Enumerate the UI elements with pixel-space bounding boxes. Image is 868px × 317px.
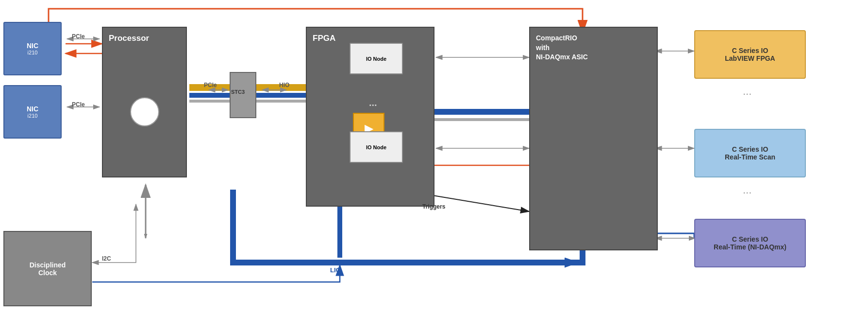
triggers-label: Triggers — [422, 203, 445, 210]
fpga-label: FPGA — [313, 34, 335, 43]
cseries-rt-scan-label: C Series IOReal-Time Scan — [725, 145, 775, 161]
processor-box: Processor ⏱ — [102, 27, 187, 177]
pcie-label-nic1: PCIe — [72, 33, 85, 40]
lio-label: LIO — [330, 266, 341, 274]
disciplined-clock-box: DisciplinedClock — [3, 231, 92, 306]
nic1-label: NIC — [27, 42, 38, 50]
stc3-box — [230, 72, 256, 118]
io-node1-box: IO Node — [350, 43, 403, 74]
pcie-label-proc-stc3: PCIe — [204, 82, 217, 88]
cseries-fpga-label: C Series IOLabVIEW FPGA — [725, 47, 775, 62]
diagram-container: NIC i210 NIC i210 PCIe PCIe Processor ⏱ … — [0, 0, 868, 317]
nic2-label: NIC — [27, 105, 38, 113]
io-node1-label: IO Node — [366, 56, 386, 62]
hio-label: HIO — [279, 82, 289, 88]
io-node2-label: IO Node — [366, 144, 386, 150]
io-node2-box: IO Node — [350, 131, 403, 163]
stopwatch-icon: ⏱ — [130, 97, 159, 126]
pcie-label-nic2: PCIe — [72, 101, 85, 108]
compactrio-label: CompactRIOwithNI-DAQmx ASIC — [536, 34, 588, 62]
nic1-box: NIC i210 — [3, 22, 62, 75]
cseries-rt-daqmx-box: C Series IOReal-Time (NI-DAQmx) — [694, 219, 806, 267]
compactrio-box: CompactRIOwithNI-DAQmx ASIC — [529, 27, 658, 250]
disciplined-clock-label: DisciplinedClock — [30, 261, 66, 277]
cseries-rt-scan-box: C Series IOReal-Time Scan — [694, 129, 806, 177]
nic1-sublabel: i210 — [28, 50, 38, 55]
nic2-sublabel: i210 — [28, 113, 38, 119]
i2c-label: I2C — [102, 255, 111, 262]
dots-io-nodes: ... — [369, 97, 377, 108]
processor-label: Processor — [109, 34, 149, 43]
cseries-rt-daqmx-label: C Series IOReal-Time (NI-DAQmx) — [714, 235, 786, 251]
stc3-label: STC3 — [231, 89, 245, 95]
nic2-box: NIC i210 — [3, 85, 62, 139]
dots1: ... — [743, 85, 751, 98]
dots2: ... — [743, 184, 751, 196]
cseries-fpga-box: C Series IOLabVIEW FPGA — [694, 30, 806, 79]
